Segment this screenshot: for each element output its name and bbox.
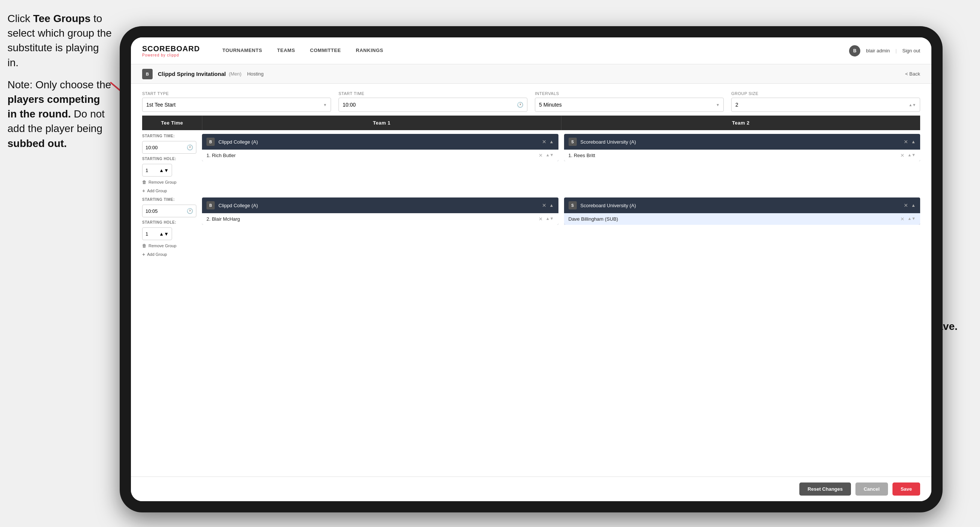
note-bold-2: subbed out.	[8, 138, 67, 149]
plus-icon-2: +	[142, 252, 145, 257]
time-input-1[interactable]: 10:00 🕐	[142, 141, 196, 154]
team2-remove-icon-1[interactable]: ✕	[904, 139, 908, 145]
team1-badge-1: B	[207, 138, 215, 146]
team1-actions-2: ✕ ▲	[542, 202, 554, 209]
teams-col-1: B Clippd College (A) ✕ ▲ 1. Rich Butler	[202, 134, 920, 194]
logo-title: SCOREBOARD	[142, 45, 200, 53]
remove-group-btn-2[interactable]: 🗑 Remove Group	[142, 243, 196, 248]
start-time-group: Start Time 10:00 🕐	[339, 91, 527, 112]
starting-hole-label-2: STARTING HOLE:	[142, 220, 196, 224]
player-chevron-1-2[interactable]: ▲▼	[546, 216, 554, 222]
hole-stepper-1: ▲▼	[159, 167, 169, 173]
player-remove-1-2[interactable]: ✕	[539, 216, 543, 222]
clock-icon-1: 🕐	[187, 144, 193, 150]
start-type-value: 1st Tee Start	[146, 102, 175, 108]
team1-card-header-1: B Clippd College (A) ✕ ▲	[202, 134, 558, 150]
player-name-1-1: 1. Rich Butler	[207, 153, 535, 158]
logo-sub: Powered by clippd	[142, 53, 200, 57]
hole-stepper-2: ▲▼	[159, 231, 169, 237]
time-value-2: 10:05	[145, 209, 158, 214]
team2-card-1: S Scoreboard University (A) ✕ ▲ 1. Rees …	[564, 134, 921, 161]
player-row-2-1: 1. Rees Britt ✕ ▲▼	[564, 150, 921, 161]
hole-input-2[interactable]: 1 ▲▼	[142, 228, 172, 240]
time-input-2[interactable]: 10:05 🕐	[142, 205, 196, 217]
back-button[interactable]: < Back	[905, 71, 920, 77]
navbar: SCOREBOARD Powered by clippd TOURNAMENTS…	[131, 37, 931, 64]
add-group-label-1: Add Group	[147, 188, 167, 193]
player-chevron-2-2[interactable]: ▲▼	[907, 216, 916, 222]
hole-input-1[interactable]: 1 ▲▼	[142, 164, 172, 177]
team2-col-2: S Scoreboard University (A) ✕ ▲ Dave Bil…	[564, 197, 921, 257]
group-size-select[interactable]: 2 ▲▼	[731, 98, 920, 112]
player-row-1-2: 2. Blair McHarg ✕ ▲▼	[202, 213, 558, 225]
sign-out-link[interactable]: Sign out	[902, 48, 920, 54]
tee-time-col-2: STARTING TIME: 10:05 🕐 STARTING HOLE: 1 …	[142, 197, 202, 257]
team2-col-1: S Scoreboard University (A) ✕ ▲ 1. Rees …	[564, 134, 921, 194]
top-controls: Start Type 1st Tee Start ▼ Start Time 10…	[131, 84, 931, 116]
user-name: blair admin	[866, 48, 890, 54]
player-chevron-2-1[interactable]: ▲▼	[907, 153, 916, 158]
player-row-2-2: Dave Billingham (SUB) ✕ ▲▼	[564, 213, 921, 225]
team1-card-header-2: B Clippd College (A) ✕ ▲	[202, 197, 558, 213]
team2-chevron-1[interactable]: ▲	[911, 139, 916, 144]
hole-value-1: 1	[145, 167, 148, 173]
tee-group-1: STARTING TIME: 10:00 🕐 STARTING HOLE: 1 …	[142, 134, 920, 194]
add-group-btn-2[interactable]: + Add Group	[142, 252, 196, 257]
cancel-button[interactable]: Cancel	[856, 482, 888, 495]
nav-tournaments[interactable]: TOURNAMENTS	[215, 37, 269, 64]
main-content: Start Type 1st Tee Start ▼ Start Time 10…	[131, 84, 931, 501]
add-group-btn-1[interactable]: + Add Group	[142, 188, 196, 194]
nav-committee[interactable]: COMMITTEE	[302, 37, 348, 64]
team1-remove-icon-2[interactable]: ✕	[542, 202, 546, 209]
team1-remove-icon-1[interactable]: ✕	[542, 139, 546, 145]
player-chevron-1-1[interactable]: ▲▼	[546, 153, 554, 158]
start-type-arrow: ▼	[323, 103, 327, 107]
start-time-input[interactable]: 10:00 🕐	[339, 98, 527, 112]
group-size-group: Group Size 2 ▲▼	[731, 91, 920, 112]
player-remove-2-1[interactable]: ✕	[900, 153, 904, 158]
table-header: Tee Time Team 1 Team 2	[142, 116, 920, 130]
save-button[interactable]: Save	[892, 482, 920, 495]
remove-group-btn-1[interactable]: 🗑 Remove Group	[142, 180, 196, 185]
team1-chevron-2[interactable]: ▲	[549, 203, 554, 208]
intervals-select[interactable]: 5 Minutes ▼	[535, 98, 724, 112]
team2-remove-icon-2[interactable]: ✕	[904, 202, 908, 209]
player-name-2-2: Dave Billingham (SUB)	[568, 216, 897, 222]
team2-card-header-2: S Scoreboard University (A) ✕ ▲	[564, 197, 921, 213]
start-time-value: 10:00	[343, 102, 356, 108]
th-tee-time: Tee Time	[142, 116, 202, 130]
team1-card-2[interactable]: B Clippd College (A) ✕ ▲ 2. Blair McHarg	[202, 197, 558, 225]
nav-teams[interactable]: TEAMS	[270, 37, 302, 64]
tournament-title: Clippd Spring Invitational	[158, 71, 226, 77]
team2-chevron-2[interactable]: ▲	[911, 203, 916, 208]
reset-changes-button[interactable]: Reset Changes	[799, 482, 851, 495]
player-name-2-1: 1. Rees Britt	[568, 153, 897, 158]
starting-time-label-1: STARTING TIME:	[142, 134, 196, 138]
team2-card-2: S Scoreboard University (A) ✕ ▲ Dave Bil…	[564, 197, 921, 225]
instruction-bold-tee-groups: Tee Groups	[33, 13, 91, 24]
start-type-select[interactable]: 1st Tee Start ▼	[142, 98, 331, 112]
player-remove-1-1[interactable]: ✕	[539, 153, 543, 158]
intervals-label: Intervals	[535, 91, 724, 96]
team1-card-1: B Clippd College (A) ✕ ▲ 1. Rich Butler	[202, 134, 558, 161]
sub-header-badge: B	[142, 69, 153, 79]
player-actions-1-2: ✕ ▲▼	[539, 216, 554, 222]
footer: Reset Changes Cancel Save	[131, 476, 931, 501]
hosting-label: Hosting	[247, 71, 264, 77]
nav-rankings[interactable]: RANKINGS	[348, 37, 390, 64]
plus-icon-1: +	[142, 188, 145, 194]
tee-time-col-1: STARTING TIME: 10:00 🕐 STARTING HOLE: 1 …	[142, 134, 202, 194]
user-avatar: B	[849, 45, 860, 56]
group-size-arrow: ▲▼	[908, 103, 916, 107]
team1-chevron-1[interactable]: ▲	[549, 139, 554, 144]
start-time-label: Start Time	[339, 91, 527, 96]
intervals-group: Intervals 5 Minutes ▼	[535, 91, 724, 112]
player-remove-2-2[interactable]: ✕	[900, 216, 904, 222]
player-actions-2-1: ✕ ▲▼	[900, 153, 916, 158]
tee-group-2: STARTING TIME: 10:05 🕐 STARTING HOLE: 1 …	[142, 197, 920, 257]
time-value-1: 10:00	[145, 145, 158, 150]
tablet-screen: SCOREBOARD Powered by clippd TOURNAMENTS…	[131, 37, 931, 501]
trash-icon-1: 🗑	[142, 180, 146, 185]
team1-name-2: Clippd College (A)	[218, 203, 538, 209]
nav-right: B blair admin | Sign out	[849, 45, 920, 56]
